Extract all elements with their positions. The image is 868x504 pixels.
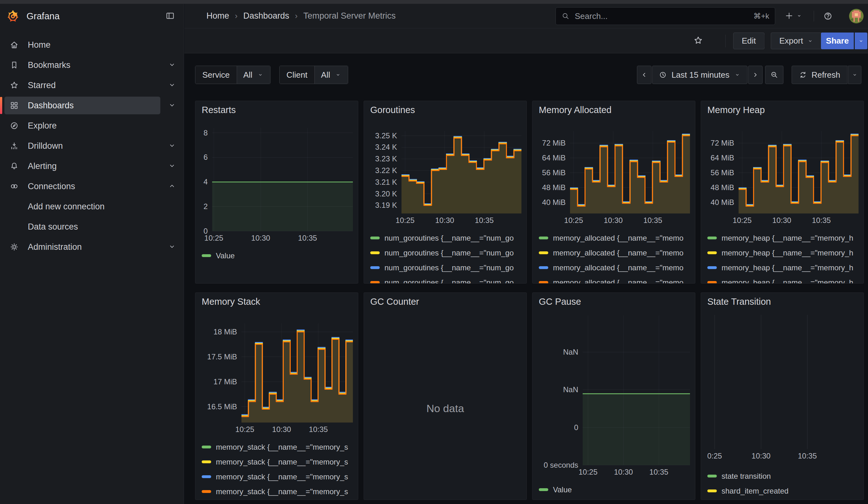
legend-label[interactable]: state transition [722,472,771,481]
sidebar-item-alerting[interactable]: Alerting [0,156,184,176]
time-shift-forward-button[interactable] [748,66,763,84]
breadcrumb-item[interactable]: Dashboards [244,11,289,21]
x-axis-label: 10:35 [798,452,817,460]
legend-swatch [202,445,211,449]
filter-value-dropdown[interactable]: All [237,66,270,84]
drilldown-icon [9,141,19,151]
legend-label[interactable]: Value [553,485,572,494]
legend-swatch [202,490,211,493]
filter-service[interactable]: ServiceAll [195,66,270,84]
x-axis-label: 10:25 [395,216,414,225]
share-button[interactable]: Share [821,32,854,49]
x-axis: 10:2510:3010:35 [570,214,690,225]
breadcrumb-item[interactable]: Home [206,11,229,21]
legend-label[interactable]: Value [216,251,235,260]
legend-label[interactable]: memory_stack {__name__="memory_s [216,457,348,466]
sidebar-item-label: Bookmarks [28,60,70,70]
breadcrumb-separator: › [235,11,238,21]
refresh-icon [799,71,807,79]
legend-label[interactable]: memory_heap {__name__="memory_h [722,263,853,272]
dashboard-canvas: ServiceAllClientAll Last 15 minutes Refr… [184,54,868,504]
help-icon[interactable] [823,11,833,21]
panel-title[interactable]: Memory Stack [202,297,260,307]
sidebar-item-bookmarks[interactable]: Bookmarks [0,55,184,75]
chevron-down-icon[interactable] [168,101,176,110]
chevron-down-icon[interactable] [168,60,176,69]
share-dropdown-button[interactable] [855,32,867,49]
legend-label[interactable]: memory_allocated {__name__="memo [553,234,683,243]
filter-value-dropdown[interactable]: All [315,66,348,84]
edit-button[interactable]: Edit [733,32,764,49]
export-button[interactable]: Export [771,32,822,49]
sidebar-item-dashboards[interactable]: Dashboards [0,95,184,116]
sidebar-item-starred[interactable]: Starred [0,75,184,95]
legend-label[interactable]: memory_stack {__name__="memory_s [216,487,348,496]
legend-label[interactable]: memory_heap {__name__="memory_h [722,248,853,257]
zoom-out-icon [770,71,778,79]
add-new-button[interactable] [785,11,802,20]
legend-swatch [707,237,717,239]
refresh-button[interactable]: Refresh [792,66,847,84]
chevron-up-icon[interactable] [168,182,176,191]
sidebar-item-add-new-connection[interactable]: Add new connection [0,196,184,217]
filter-client[interactable]: ClientAll [279,66,348,84]
x-axis: 10:2510:3010:35 [402,214,521,225]
refresh-interval-button[interactable] [848,66,861,84]
favorite-star-icon[interactable] [693,35,703,45]
sidebar-item-explore[interactable]: Explore [0,116,184,136]
chevron-down-icon[interactable] [168,141,176,150]
sidebar-toggle-icon[interactable] [165,11,175,21]
time-range-button[interactable]: Last 15 minutes [652,66,747,84]
y-axis-label: 3.23 K [375,154,397,163]
panel-title[interactable]: GC Pause [539,297,581,307]
avatar[interactable] [849,9,864,23]
sidebar-item-data-sources[interactable]: Data sources [0,217,184,237]
chevron-down-icon[interactable] [168,161,176,170]
legend-label[interactable]: num_goroutines {__name__="num_go [384,234,514,243]
sidebar-item-administration[interactable]: Administration [0,237,184,257]
time-shift-back-button[interactable] [637,66,651,84]
legend-label[interactable]: memory_heap {__name__="memory_h [722,234,853,243]
chevron-down-icon[interactable] [168,81,176,89]
search-box[interactable]: ⌘+k [556,7,775,25]
legend-label[interactable]: memory_allocated {__name__="memo [553,278,683,284]
legend-label[interactable]: memory_allocated {__name__="memo [553,263,683,272]
legend-label[interactable]: num_goroutines {__name__="num_go [384,248,514,257]
panel-title[interactable]: Restarts [202,105,236,115]
breadcrumb-item: Temporal Server Metrics [303,11,396,21]
sidebar-item-drilldown[interactable]: Drilldown [0,136,184,156]
panel-title[interactable]: GC Counter [370,297,419,307]
gear-icon [9,242,19,252]
legend-label[interactable]: memory_allocated {__name__="memo [553,248,683,257]
legend-label[interactable]: shard_item_created [722,487,788,495]
sidebar-item-connections[interactable]: Connections [0,176,184,196]
x-axis-label: 10:30 [772,216,791,225]
variable-filters: ServiceAllClientAll [195,66,348,84]
legend-swatch [539,488,548,491]
legend-label[interactable]: memory_stack {__name__="memory_s [216,472,348,481]
search-input[interactable] [574,11,753,21]
star-icon [693,35,703,45]
legend-label[interactable]: num_goroutines {__name__="num_go [384,278,514,284]
legend-swatch [707,490,717,492]
y-axis-label: 64 MiB [711,154,734,162]
chevron-down-icon[interactable] [168,242,176,251]
panel-title[interactable]: Goroutines [370,105,415,115]
legend-label[interactable]: memory_stack {__name__="memory_s [216,443,348,452]
panel-title[interactable]: State Transition [707,297,771,307]
sidebar-item-home[interactable]: Home [0,35,184,55]
home-icon [9,40,19,50]
panel-title[interactable]: Memory Heap [707,105,765,115]
chevdown-icon [168,161,176,170]
legend-swatch [707,266,717,269]
legend-label[interactable]: num_goroutines {__name__="num_go [384,263,514,272]
plot-area [402,131,521,214]
panel-title[interactable]: Memory Allocated [539,105,612,115]
zoom-out-button[interactable] [765,66,783,84]
grafana-logo[interactable] [5,8,21,24]
legend-swatch [370,237,380,239]
y-axis-label: 6 [204,153,208,162]
legend-label[interactable]: memory_heap {__name__="memory_h [722,278,853,284]
home-icon [9,40,19,50]
sidebar-item-label: Administration [28,242,82,252]
